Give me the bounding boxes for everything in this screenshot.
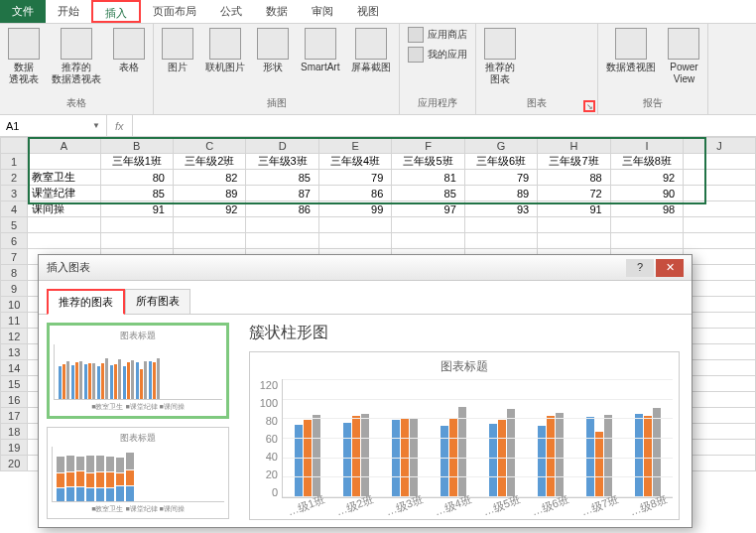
cell[interactable] <box>173 233 245 249</box>
col-header[interactable]: H <box>538 138 610 154</box>
row-header[interactable]: 13 <box>1 344 28 360</box>
dialog-titlebar[interactable]: 插入图表 ? ✕ <box>39 255 692 281</box>
area-chart-icon[interactable] <box>524 46 546 62</box>
cell[interactable] <box>684 424 756 440</box>
row-header[interactable]: 20 <box>1 456 28 471</box>
cell[interactable]: 86 <box>318 186 391 201</box>
row-header[interactable]: 2 <box>1 170 28 186</box>
other-chart-icon[interactable] <box>571 46 593 62</box>
scatter-chart-icon[interactable] <box>548 46 569 62</box>
row-header[interactable]: 1 <box>1 154 28 170</box>
cell[interactable] <box>684 344 756 360</box>
name-box[interactable]: A1▼ <box>0 115 107 136</box>
col-header[interactable]: F <box>392 138 464 154</box>
cell[interactable]: 88 <box>538 170 610 186</box>
col-header[interactable]: D <box>246 138 318 154</box>
thumb-stacked-column[interactable]: 图表标题 ■教室卫生 ■课堂纪律 ■课间操 <box>47 427 229 519</box>
app-store-button[interactable]: 应用商店 <box>404 26 471 44</box>
cell[interactable] <box>684 186 756 201</box>
stock-chart-icon[interactable] <box>524 64 546 79</box>
cell[interactable] <box>246 233 318 249</box>
fx-icon[interactable]: fx <box>115 120 124 132</box>
cell[interactable] <box>684 376 756 392</box>
cell[interactable]: 81 <box>392 170 464 186</box>
row-header[interactable]: 16 <box>1 392 28 408</box>
tab-recommended-charts[interactable]: 推荐的图表 <box>47 289 125 315</box>
cell[interactable] <box>684 408 756 424</box>
row-header[interactable]: 6 <box>1 233 28 249</box>
cell[interactable] <box>684 233 756 249</box>
formula-bar[interactable] <box>133 115 756 136</box>
tab-insert[interactable]: 插入 <box>91 0 141 23</box>
cell[interactable]: 99 <box>318 201 391 217</box>
cell[interactable]: 85 <box>392 186 464 201</box>
row-header[interactable]: 3 <box>1 186 28 201</box>
shapes-button[interactable]: 形状 <box>253 26 293 75</box>
pie-chart-icon[interactable] <box>571 28 593 44</box>
cell[interactable] <box>100 233 173 249</box>
cell[interactable]: 89 <box>464 186 537 201</box>
screenshot-button[interactable]: 屏幕截图 <box>347 26 395 75</box>
cell[interactable] <box>100 217 173 233</box>
cell[interactable] <box>684 170 756 186</box>
cell[interactable] <box>684 217 756 233</box>
cell[interactable]: 三年级7班 <box>538 154 610 170</box>
cell[interactable] <box>392 217 464 233</box>
cell[interactable] <box>684 281 756 297</box>
col-header[interactable]: B <box>100 138 173 154</box>
row-header[interactable]: 12 <box>1 329 28 344</box>
recommended-pivot-button[interactable]: 推荐的数据透视表 <box>48 26 105 87</box>
select-all-cell[interactable] <box>1 138 28 154</box>
cell[interactable]: 72 <box>538 186 610 201</box>
cell[interactable]: 教室卫生 <box>28 170 100 186</box>
row-header[interactable]: 18 <box>1 424 28 440</box>
pivot-chart-button[interactable]: 数据透视图 <box>602 26 660 75</box>
recommended-charts-button[interactable]: 推荐的图表 <box>480 26 520 87</box>
row-header[interactable]: 14 <box>1 360 28 376</box>
cell[interactable]: 85 <box>100 186 173 201</box>
cell[interactable] <box>684 313 756 329</box>
cell[interactable] <box>684 265 756 281</box>
combo-chart-icon[interactable] <box>548 64 569 79</box>
cell[interactable]: 79 <box>464 170 537 186</box>
row-header[interactable]: 15 <box>1 376 28 392</box>
tab-home[interactable]: 开始 <box>46 0 91 23</box>
row-header[interactable]: 4 <box>1 201 28 217</box>
cell[interactable]: 97 <box>392 201 464 217</box>
cell[interactable]: 90 <box>610 186 683 201</box>
cell[interactable] <box>684 297 756 313</box>
cell[interactable]: 87 <box>246 186 318 201</box>
my-apps-button[interactable]: 我的应用 <box>404 46 471 64</box>
cell[interactable] <box>464 217 537 233</box>
col-header[interactable]: C <box>173 138 245 154</box>
cell[interactable]: 三年级3班 <box>246 154 318 170</box>
col-header[interactable]: A <box>28 138 100 154</box>
row-header[interactable]: 19 <box>1 440 28 456</box>
cell[interactable] <box>684 329 756 344</box>
cell[interactable]: 三年级4班 <box>318 154 391 170</box>
thumb-clustered-column[interactable]: 图表标题 ■教室卫生 ■课堂纪律 ■课间操 <box>47 323 229 419</box>
cell[interactable]: 三年级8班 <box>610 154 683 170</box>
cell[interactable]: 85 <box>246 170 318 186</box>
row-header[interactable]: 11 <box>1 313 28 329</box>
tab-layout[interactable]: 页面布局 <box>141 0 208 23</box>
col-header[interactable]: I <box>610 138 683 154</box>
col-header[interactable]: E <box>318 138 391 154</box>
cell[interactable] <box>246 217 318 233</box>
picture-button[interactable]: 图片 <box>158 26 197 75</box>
col-header[interactable]: G <box>464 138 537 154</box>
cell[interactable] <box>684 249 756 265</box>
cell[interactable] <box>610 217 683 233</box>
namebox-dropdown-icon[interactable]: ▼ <box>92 121 100 130</box>
cell[interactable] <box>318 217 391 233</box>
dialog-close-button[interactable]: ✕ <box>656 259 684 277</box>
cell[interactable]: 79 <box>318 170 391 186</box>
charts-dialog-launcher[interactable]: ↘ <box>583 100 595 112</box>
tab-file[interactable]: 文件 <box>0 0 46 23</box>
pivot-table-button[interactable]: 数据透视表 <box>4 26 44 87</box>
cell[interactable] <box>28 154 100 170</box>
cell[interactable] <box>684 201 756 217</box>
cell[interactable]: 三年级1班 <box>100 154 173 170</box>
cell[interactable] <box>464 233 537 249</box>
table-button[interactable]: 表格 <box>109 26 149 75</box>
